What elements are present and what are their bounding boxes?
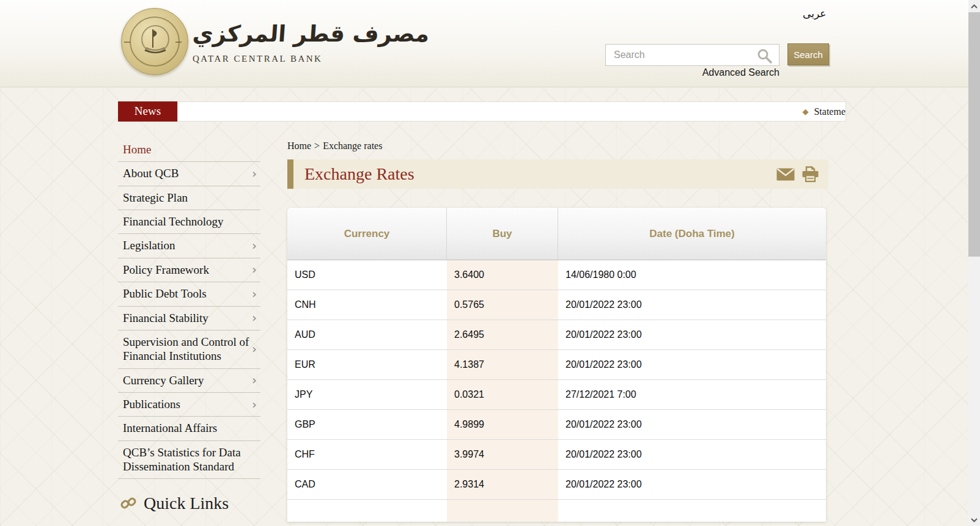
table-row: GBP4.989920/01/2022 23:00 [287, 410, 826, 440]
quick-links-label: Quick Links [144, 494, 229, 513]
buy-cell: 4.9899 [447, 410, 558, 440]
sidebar-item[interactable]: Supervision and Control of Financial Ins… [118, 331, 260, 369]
currency-cell: JPY [287, 380, 447, 410]
sidebar-item-label: QCB’s Statistics for Data Dissemination … [123, 445, 260, 474]
table-row: EUR4.138720/01/2022 23:00 [287, 350, 826, 380]
buy-cell: 0.5765 [447, 290, 558, 320]
scroll-down-arrow[interactable] [968, 514, 980, 526]
sidebar-item[interactable]: About QCB› [118, 162, 260, 186]
sidebar-item-label: International Affairs [123, 421, 260, 435]
chain-link-icon [120, 497, 138, 510]
sidebar-item[interactable]: Currency Gallery› [118, 369, 260, 393]
table-row: AUD2.649520/01/2022 23:00 [287, 320, 826, 350]
site-header: عربى مصرف قطر المركزي QATAR CENTRAL BANK… [0, 0, 968, 87]
column-header-currency: Currency [287, 208, 447, 260]
page-title: Exchange Rates [293, 164, 776, 184]
table-row: CHF3.997420/01/2022 23:00 [287, 440, 826, 470]
sidebar-item[interactable]: Policy Framework› [118, 258, 260, 282]
sidebar-item[interactable]: Home [118, 138, 260, 162]
sidebar-item-label: Financial Technology [123, 214, 260, 228]
news-ticker: ◆ Stateme [177, 101, 846, 122]
logo-wordmark[interactable]: مصرف قطر المركزي QATAR CENTRAL BANK [193, 18, 327, 64]
currency-cell: EUR [287, 350, 447, 380]
sidebar-item[interactable]: QCB’s Statistics for Data Dissemination … [118, 441, 260, 480]
search-button[interactable]: Search [787, 43, 829, 65]
buy-cell: 2.9314 [447, 470, 558, 500]
sidebar-item[interactable]: Strategic Plan [118, 186, 260, 210]
print-icon[interactable] [801, 166, 819, 183]
scroll-up-arrow[interactable] [968, 0, 980, 12]
title-accent-bar [287, 159, 293, 189]
arabic-language-link[interactable]: عربى [803, 7, 826, 20]
currency-cell: AUD [287, 320, 447, 350]
buy-cell: 3.6400 [447, 260, 558, 290]
column-header-buy: Buy [447, 208, 558, 260]
table-row: CAD2.931420/01/2022 23:00 [287, 470, 826, 500]
breadcrumb-separator: > [314, 141, 320, 151]
date-cell: 20/01/2022 23:00 [558, 320, 826, 350]
email-icon[interactable] [776, 168, 795, 181]
ticker-item-label: Stateme [814, 106, 846, 117]
sidebar-item-label: About QCB [123, 166, 252, 180]
buy-cell: 4.1387 [447, 350, 558, 380]
advanced-search-link[interactable]: Advanced Search [669, 67, 779, 78]
column-header-date: Date (Doha Time) [558, 208, 826, 260]
buy-cell: 0.0321 [447, 380, 558, 410]
sidebar-item-label: Public Debt Tools [123, 287, 252, 301]
currency-cell: GBP [287, 410, 447, 440]
sidebar-item[interactable]: Financial Stability› [118, 307, 260, 331]
sidebar-item[interactable]: Legislation› [118, 234, 260, 258]
chevron-right-icon: › [252, 241, 260, 250]
currency-cell: CAD [287, 470, 447, 500]
table-row: CNH0.576520/01/2022 23:00 [287, 290, 826, 320]
chevron-right-icon: › [252, 376, 260, 384]
ticker-item[interactable]: ◆ Stateme [802, 106, 846, 117]
sidebar-item[interactable]: Publications› [118, 393, 260, 417]
date-cell: 20/01/2022 23:00 [558, 470, 826, 500]
rates-table-body: USD3.640014/06/1980 0:00CNH0.576520/01/2… [287, 260, 826, 522]
chevron-right-icon: › [252, 290, 260, 298]
chevron-right-icon: › [252, 313, 260, 322]
quick-links-heading: Quick Links [120, 494, 260, 513]
currency-cell: CHF [287, 440, 447, 470]
table-row-partial [287, 500, 826, 522]
sidebar-item-label: Publications [123, 397, 252, 411]
date-cell: 14/06/1980 0:00 [558, 260, 826, 290]
seal-ticks [124, 42, 130, 43]
sidebar-item[interactable]: Financial Technology [118, 210, 260, 234]
breadcrumb: Home>Exchange rates [287, 141, 828, 152]
chevron-right-icon: › [252, 265, 260, 274]
main-content: Home>Exchange rates Exchange Rates [287, 141, 828, 522]
empty-cell [447, 500, 558, 522]
date-cell: 20/01/2022 23:00 [558, 440, 826, 470]
buy-cell: 2.6495 [447, 320, 558, 350]
breadcrumb-current: Exchange rates [323, 141, 382, 151]
buy-cell: 3.9974 [447, 440, 558, 470]
sidebar-item-label: Strategic Plan [123, 191, 260, 205]
seal-emblem-icon [139, 23, 172, 61]
empty-cell [558, 500, 826, 522]
sidebar-item[interactable]: International Affairs [118, 417, 260, 440]
sidebar-item-label: Currency Gallery [123, 373, 252, 387]
page-title-bar: Exchange Rates [287, 159, 828, 189]
date-cell: 20/01/2022 23:00 [558, 350, 826, 380]
scrollbar-thumb[interactable] [968, 12, 980, 257]
exchange-rates-table: Currency Buy Date (Doha Time) USD3.64001… [287, 208, 826, 522]
breadcrumb-home-link[interactable]: Home [287, 141, 311, 151]
table-row: JPY0.032127/12/2021 7:00 [287, 380, 826, 410]
qcb-seal-logo[interactable] [121, 8, 188, 75]
chevron-right-icon: › [252, 400, 260, 409]
browser-scrollbar [968, 0, 980, 526]
search-input[interactable] [605, 44, 779, 66]
sidebar-item-label: Policy Framework [123, 263, 252, 277]
sidebar-nav: HomeAbout QCB›Strategic PlanFinancial Te… [118, 138, 260, 513]
date-cell: 27/12/2021 7:00 [558, 380, 826, 410]
diamond-bullet-icon: ◆ [802, 107, 808, 116]
currency-cell: CNH [287, 290, 447, 320]
date-cell: 20/01/2022 23:00 [558, 290, 826, 320]
bank-name-arabic: مصرف قطر المركزي [191, 18, 328, 50]
news-button[interactable]: News [118, 101, 177, 122]
sidebar-item-label: Home [123, 142, 260, 156]
bank-name-english: QATAR CENTRAL BANK [193, 54, 327, 64]
sidebar-item[interactable]: Public Debt Tools› [118, 282, 260, 306]
